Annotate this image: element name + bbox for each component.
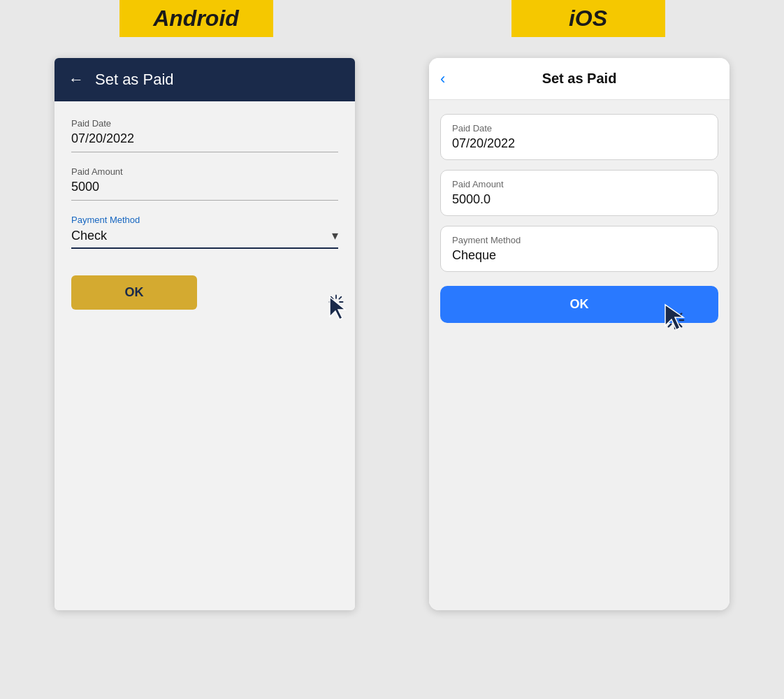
android-phone-frame: ← Set as Paid Paid Date 07/20/2022 Paid … xyxy=(55,58,355,610)
ios-paid-amount-label: Paid Amount xyxy=(452,179,706,189)
android-click-ripple xyxy=(328,294,344,310)
ios-payment-method-value[interactable]: Cheque xyxy=(452,248,706,263)
android-body: Paid Date 07/20/2022 Paid Amount 5000 Pa… xyxy=(55,101,355,610)
svg-line-14 xyxy=(679,324,682,327)
android-paid-date-field: Paid Date 07/20/2022 xyxy=(71,118,338,152)
android-paid-amount-field: Paid Amount 5000 xyxy=(71,166,338,201)
android-paid-date-label: Paid Date xyxy=(71,118,338,129)
ios-phone-frame: ‹ Set as Paid Paid Date 07/20/2022 Paid … xyxy=(429,58,729,610)
ios-paid-amount-field: Paid Amount 5000.0 xyxy=(440,170,718,216)
android-payment-method-label: Payment Method xyxy=(71,215,338,225)
svg-line-5 xyxy=(339,305,341,307)
ios-badge: iOS xyxy=(511,0,665,37)
ios-paid-date-value[interactable]: 07/20/2022 xyxy=(452,136,706,151)
android-cursor-icon xyxy=(324,294,352,322)
svg-line-7 xyxy=(331,305,333,307)
android-header: ← Set as Paid xyxy=(55,58,355,101)
svg-line-4 xyxy=(331,297,333,299)
ios-paid-amount-value[interactable]: 5000.0 xyxy=(452,192,706,207)
ios-payment-method-field: Payment Method Cheque xyxy=(440,226,718,272)
svg-marker-8 xyxy=(330,297,345,319)
platform-labels-row: Android iOS xyxy=(0,0,784,37)
android-paid-amount-value[interactable]: 5000 xyxy=(71,180,338,201)
ios-back-button[interactable]: ‹ xyxy=(440,70,445,88)
ios-paid-date-label: Paid Date xyxy=(452,123,706,134)
svg-line-6 xyxy=(339,297,341,299)
android-back-button[interactable]: ← xyxy=(68,71,84,89)
android-payment-method-field: Payment Method Check ▾ xyxy=(71,215,338,249)
android-payment-method-dropdown[interactable]: Check ▾ xyxy=(71,228,338,249)
ios-body: Paid Date 07/20/2022 Paid Amount 5000.0 … xyxy=(429,100,729,610)
ios-screen-title: Set as Paid xyxy=(542,71,617,87)
svg-line-16 xyxy=(669,324,672,327)
ios-paid-date-field: Paid Date 07/20/2022 xyxy=(440,114,718,160)
android-badge: Android xyxy=(119,0,273,37)
android-dropdown-arrow-icon: ▾ xyxy=(332,228,338,243)
android-payment-method-value: Check xyxy=(71,229,332,243)
ios-ok-button-area: OK xyxy=(440,282,718,323)
android-ok-button[interactable]: OK xyxy=(71,275,197,310)
android-ok-button-area: OK xyxy=(71,268,338,310)
android-screen-title: Set as Paid xyxy=(95,71,174,89)
screens-container: ← Set as Paid Paid Date 07/20/2022 Paid … xyxy=(0,44,784,624)
ios-header: ‹ Set as Paid xyxy=(429,58,729,100)
android-paid-amount-label: Paid Amount xyxy=(71,166,338,177)
ios-payment-method-label: Payment Method xyxy=(452,235,706,245)
ios-ok-button[interactable]: OK xyxy=(440,286,718,323)
android-paid-date-value[interactable]: 07/20/2022 xyxy=(71,131,338,152)
